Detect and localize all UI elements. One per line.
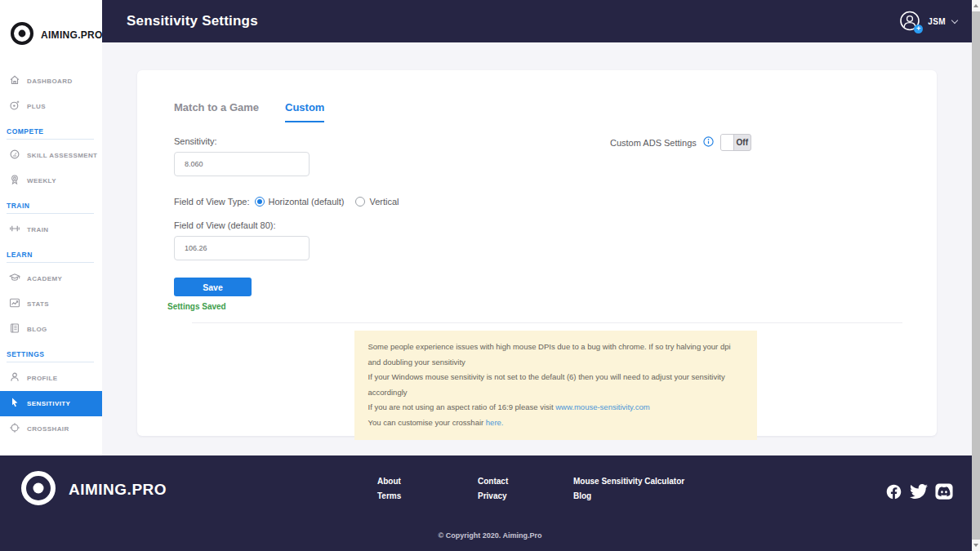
- sidebar-item-label: TRAIN: [27, 226, 48, 233]
- copyright-text: © Copyright 2020. Aiming.Pro: [0, 531, 980, 540]
- footer-link-contact[interactable]: Contact: [478, 477, 508, 486]
- sidebar-item-blog[interactable]: BLOG: [0, 317, 102, 342]
- cursor-icon: [9, 397, 20, 411]
- plus-target-icon: [9, 100, 20, 114]
- sidebar-item-crosshair[interactable]: CROSSHAIR: [0, 416, 102, 442]
- toggle-state-label: Off: [734, 135, 751, 150]
- avatar: +: [898, 10, 921, 33]
- sidebar-item-label: SKILL ASSESSMENT: [27, 152, 97, 159]
- discord-icon[interactable]: [935, 482, 953, 500]
- notice-line-2: If your Windows mouse sensitivity is not…: [368, 370, 743, 400]
- footer-links-col-3: Mouse Sensitivity Calculator Blog: [573, 477, 684, 500]
- card-divider: [192, 322, 902, 323]
- book-icon: [9, 322, 20, 337]
- sidebar: AIMING.PRO DASHBOARD PLUS COMPETE SKILL …: [0, 0, 102, 455]
- toggle-knob: [721, 135, 734, 150]
- plus-badge-icon: +: [914, 24, 923, 33]
- footer-links-col-1: About Terms: [377, 477, 401, 500]
- brand-name: AIMING.PRO: [41, 29, 103, 41]
- ads-toggle[interactable]: Off: [720, 134, 751, 151]
- footer-link-blog[interactable]: Blog: [573, 491, 684, 500]
- radio-button-icon: [255, 197, 265, 207]
- tab-custom[interactable]: Custom: [285, 101, 324, 122]
- sidebar-item-skill-assessment[interactable]: SKILL ASSESSMENT: [0, 143, 102, 168]
- target-logo-icon: [20, 469, 57, 510]
- notice-line-4: You can customise your crosshair here.: [368, 415, 743, 431]
- sidebar-item-profile[interactable]: PROFILE: [0, 366, 102, 391]
- sidebar-section-compete: COMPETE: [7, 122, 94, 140]
- home-icon: [9, 74, 20, 89]
- radio-horizontal[interactable]: Horizontal (default): [255, 197, 345, 207]
- sensitivity-label: Sensitivity:: [174, 136, 937, 146]
- fov-type-label: Field of View Type:: [174, 197, 250, 207]
- twitter-icon[interactable]: [910, 482, 928, 500]
- top-bar: Sensitivity Settings + JSM: [102, 0, 972, 42]
- social-links: [885, 482, 953, 500]
- brand-logo[interactable]: AIMING.PRO: [0, 0, 102, 69]
- radio-vertical-label: Vertical: [369, 197, 399, 207]
- scrollbar-thumb[interactable]: [972, 11, 980, 540]
- person-icon: [9, 371, 20, 386]
- sidebar-item-label: WEEKLY: [27, 177, 56, 184]
- footer-link-about[interactable]: About: [377, 477, 401, 486]
- sidebar-item-label: STATS: [27, 300, 49, 308]
- chart-icon: [9, 297, 20, 312]
- medal-icon: [9, 174, 20, 189]
- vertical-scrollbar: [972, 0, 980, 551]
- sidebar-item-plus[interactable]: PLUS: [0, 94, 102, 119]
- footer-brand-logo[interactable]: AIMING.PRO: [20, 469, 167, 510]
- sidebar-item-label: SENSITIVITY: [27, 400, 70, 407]
- radio-horizontal-label: Horizontal (default): [269, 197, 345, 207]
- sensitivity-input[interactable]: [174, 152, 310, 176]
- footer-link-mouse-sensitivity-calculator[interactable]: Mouse Sensitivity Calculator: [573, 477, 684, 486]
- footer-brand-name: AIMING.PRO: [69, 481, 167, 499]
- fov-type-row: Field of View Type: Horizontal (default)…: [174, 197, 937, 207]
- sidebar-item-weekly[interactable]: WEEKLY: [0, 168, 102, 193]
- footer-link-terms[interactable]: Terms: [377, 491, 401, 500]
- fov-input[interactable]: [174, 236, 310, 260]
- sidebar-item-label: BLOG: [27, 326, 47, 333]
- sidebar-section-settings: SETTINGS: [7, 345, 94, 362]
- sidebar-item-academy[interactable]: ACADEMY: [0, 266, 102, 291]
- fov-label: Field of View (default 80):: [174, 220, 937, 230]
- sidebar-item-label: CROSSHAIR: [27, 425, 69, 433]
- settings-saved-message: Settings Saved: [167, 302, 937, 311]
- footer-link-privacy[interactable]: Privacy: [478, 491, 508, 500]
- sidebar-item-sensitivity[interactable]: SENSITIVITY: [0, 391, 102, 416]
- radio-vertical[interactable]: Vertical: [355, 197, 399, 207]
- notice-line-3: If you are not using an aspect ratio of …: [368, 400, 743, 415]
- custom-ads-row: Custom ADS Settings Off: [610, 134, 751, 151]
- sidebar-section-learn: LEARN: [7, 246, 94, 263]
- settings-card: Match to a Game Custom Custom ADS Settin…: [137, 70, 937, 436]
- graduation-cap-icon: [9, 272, 20, 287]
- notice-line-1: Some people experience issues with high …: [368, 340, 743, 370]
- scrollbar-down-arrow-icon[interactable]: [973, 544, 978, 547]
- custom-ads-label: Custom ADS Settings: [610, 138, 697, 148]
- sidebar-item-train[interactable]: TRAIN: [0, 217, 102, 242]
- radio-button-icon: [355, 197, 365, 207]
- notice-line-3-text: If you are not using an aspect ratio of …: [368, 402, 556, 411]
- sidebar-section-train: TRAIN: [7, 197, 94, 214]
- chevron-down-icon: [951, 16, 958, 23]
- footer: AIMING.PRO About Terms Contact Privacy M…: [0, 455, 980, 551]
- notice-line-4-text: You can customise your crosshair: [368, 418, 486, 427]
- crosshair-here-link[interactable]: here.: [486, 418, 504, 427]
- info-icon[interactable]: [703, 136, 714, 150]
- sidebar-item-label: DASHBOARD: [27, 78, 73, 85]
- scrollbar-up-arrow-icon[interactable]: [973, 4, 978, 7]
- sidebar-item-stats[interactable]: STATS: [0, 291, 102, 317]
- app-root: Sensitivity Settings + JSM: [0, 0, 980, 551]
- dumbbell-icon: [9, 223, 20, 238]
- mouse-sensitivity-link[interactable]: www.mouse-sensitivity.com: [555, 402, 649, 411]
- tab-match-to-a-game[interactable]: Match to a Game: [174, 101, 259, 122]
- sidebar-item-dashboard[interactable]: DASHBOARD: [0, 69, 102, 94]
- notice-box: Some people experience issues with high …: [354, 331, 757, 440]
- user-menu[interactable]: + JSM: [898, 10, 957, 33]
- sidebar-item-label: PROFILE: [27, 375, 57, 382]
- page-title: Sensitivity Settings: [127, 13, 258, 29]
- facebook-icon[interactable]: [885, 483, 902, 500]
- sidebar-item-label: PLUS: [27, 103, 46, 110]
- save-button[interactable]: Save: [174, 278, 252, 296]
- target-logo-icon: [10, 21, 34, 49]
- sidebar-item-label: ACADEMY: [27, 275, 62, 282]
